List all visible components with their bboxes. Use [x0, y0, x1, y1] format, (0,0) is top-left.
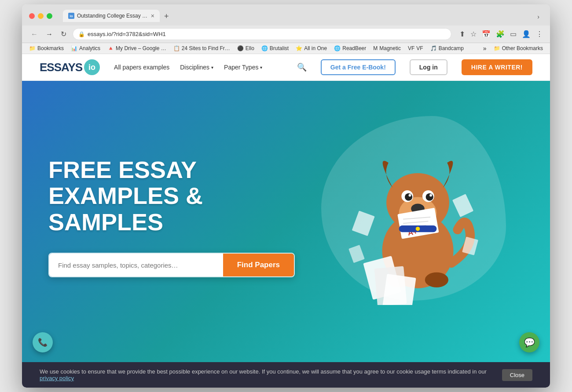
chat-widget[interactable]: 💬: [519, 332, 539, 352]
login-button[interactable]: Log in: [410, 59, 447, 75]
nav-links: All papers examples Disciplines ▾ Paper …: [114, 64, 283, 71]
bookmark-bandcamp[interactable]: 🎵 Bandcamp: [430, 45, 464, 51]
tab-title: Outstanding College Essay Ex…: [77, 13, 148, 19]
folder-icon: 📁: [29, 45, 36, 51]
bookmark-magnetic[interactable]: M Magnetic: [373, 45, 401, 51]
chat-icon: 💬: [524, 337, 535, 348]
hero-section: FREE ESSAY EXAMPLES & SAMPLES Find Paper…: [22, 81, 550, 362]
nav-paper-types[interactable]: Paper Types ▾: [224, 64, 262, 71]
hero-illustration: A+: [304, 107, 524, 327]
bookmark-readbeer[interactable]: 🌐 ReadBeer: [334, 45, 366, 51]
bookmark-label: Analytics: [79, 45, 100, 51]
phone-icon: 📞: [38, 338, 48, 347]
nav-disciplines[interactable]: Disciplines ▾: [180, 64, 213, 71]
lock-icon: 🔒: [78, 31, 85, 37]
logo-io-bubble: io: [84, 59, 100, 75]
analytics-icon: 📊: [71, 45, 77, 51]
bookmark-label: Magnetic: [379, 45, 401, 51]
bookmark-label: My Drive – Google …: [116, 45, 166, 51]
address-bar: ← → ↻ 🔒 essays.io/?rid=3782&sid=WH1 ⬆ ☆ …: [22, 25, 550, 43]
svg-point-8: [429, 194, 432, 197]
avatar-icon[interactable]: 👤: [522, 30, 531, 38]
bookmark-allinone[interactable]: ⭐ All in One: [296, 45, 327, 51]
bookmark-label: Ello: [246, 45, 254, 51]
privacy-policy-link[interactable]: privacy policy: [40, 375, 74, 381]
hero-content: FREE ESSAY EXAMPLES & SAMPLES Find Paper…: [48, 157, 304, 277]
title-bar: io Outstanding College Essay Ex… × + ›: [22, 4, 550, 25]
logo-essays-text: ESSAYS: [40, 61, 82, 74]
svg-rect-21: [382, 274, 416, 305]
site-nav: ESSAYS io All papers examples Discipline…: [22, 54, 550, 81]
tab-close-button[interactable]: ×: [151, 12, 154, 19]
svg-rect-24: [462, 237, 478, 255]
bookmark-vf[interactable]: VF VF: [408, 45, 423, 51]
bookmark-label: 24 Sites to Find Fr…: [182, 45, 230, 51]
website-content: ESSAYS io All papers examples Discipline…: [22, 54, 550, 388]
ello-icon: ⚫: [237, 45, 244, 51]
window-controls: [29, 13, 52, 19]
find-papers-button[interactable]: Find Papers: [223, 254, 294, 276]
tabs-bar: io Outstanding College Essay Ex… × + ›: [63, 10, 543, 22]
share-icon[interactable]: ⬆: [459, 30, 465, 38]
bookmark-brutalist[interactable]: 🌐 Brutalist: [261, 45, 289, 51]
bookmark-ello[interactable]: ⚫ Ello: [237, 45, 254, 51]
bookmark-label: VF: [416, 45, 423, 51]
search-icon-button[interactable]: 🔍: [297, 62, 307, 72]
chevron-down-icon: ▾: [211, 65, 213, 70]
svg-point-18: [416, 227, 420, 231]
bookmark-bookmarks[interactable]: 📁 Bookmarks: [29, 45, 64, 51]
sidebar-icon[interactable]: ▭: [510, 30, 517, 38]
cookie-bar: We use cookies to ensure that we provide…: [22, 362, 550, 388]
hero-wrapper: FREE ESSAY EXAMPLES & SAMPLES Find Paper…: [22, 81, 550, 388]
cookie-text: We use cookies to ensure that we provide…: [40, 368, 493, 381]
drive-icon: 🔺: [107, 45, 114, 51]
close-button[interactable]: [29, 13, 35, 19]
dog-illustration: A+: [330, 129, 497, 305]
site-logo[interactable]: ESSAYS io: [40, 59, 100, 75]
bookmark-more[interactable]: »: [483, 45, 487, 52]
allinone-icon: ⭐: [296, 45, 302, 51]
cookie-close-button[interactable]: Close: [502, 369, 532, 381]
hero-title: FREE ESSAY EXAMPLES & SAMPLES: [48, 157, 304, 235]
reload-button[interactable]: ↻: [59, 29, 68, 39]
url-bar[interactable]: 🔒 essays.io/?rid=3782&sid=WH1: [73, 28, 451, 40]
tab-chevron: ›: [534, 11, 543, 22]
minimize-button[interactable]: [38, 13, 44, 19]
other-bookmarks-label: Other Bookmarks: [502, 45, 543, 51]
phone-widget[interactable]: 📞: [33, 332, 53, 352]
nav-all-papers[interactable]: All papers examples: [114, 64, 169, 71]
calendar-icon[interactable]: 📅: [482, 30, 491, 38]
toolbar-icons: ⬆ ☆ 📅 🧩 ▭ 👤 ⋮: [459, 30, 543, 38]
brutalist-icon: 🌐: [261, 45, 268, 51]
bookmarks-bar: 📁 Bookmarks 📊 Analytics 🔺 My Drive – Goo…: [22, 43, 550, 54]
svg-rect-23: [452, 194, 473, 217]
ebook-button[interactable]: Get a Free E-Book!: [321, 59, 396, 75]
new-tab-button[interactable]: +: [161, 11, 172, 22]
search-input[interactable]: [49, 254, 223, 276]
folder-other-icon: 📁: [494, 45, 500, 51]
bookmark-label: All in One: [304, 45, 327, 51]
vf-icon: VF: [408, 45, 414, 51]
maximize-button[interactable]: [47, 13, 52, 19]
svg-point-6: [426, 193, 433, 201]
bookmark-label: Bandcamp: [439, 45, 464, 51]
svg-rect-25: [348, 245, 365, 263]
forward-button[interactable]: →: [44, 29, 55, 39]
puzzle-icon[interactable]: 🧩: [496, 30, 505, 38]
menu-icon[interactable]: ⋮: [536, 30, 543, 38]
svg-point-5: [405, 193, 412, 201]
bookmark-icon[interactable]: ☆: [470, 30, 477, 38]
svg-rect-22: [352, 211, 375, 236]
bookmark-analytics[interactable]: 📊 Analytics: [71, 45, 100, 51]
svg-point-7: [409, 194, 411, 197]
magnetic-icon: M: [373, 45, 378, 51]
hire-writer-button[interactable]: HIRE A WRITER!: [462, 59, 532, 75]
bookmark-other[interactable]: 📁 Other Bookmarks: [494, 45, 543, 51]
readbeer-icon: 🌐: [334, 45, 341, 51]
bookmark-drive[interactable]: 🔺 My Drive – Google …: [107, 45, 166, 51]
bookmark-24sites[interactable]: 📋 24 Sites to Find Fr…: [173, 45, 230, 51]
back-button[interactable]: ←: [29, 29, 40, 39]
bookmark-label: Brutalist: [270, 45, 289, 51]
tab-favicon: io: [68, 13, 74, 19]
active-tab[interactable]: io Outstanding College Essay Ex… ×: [63, 10, 160, 22]
